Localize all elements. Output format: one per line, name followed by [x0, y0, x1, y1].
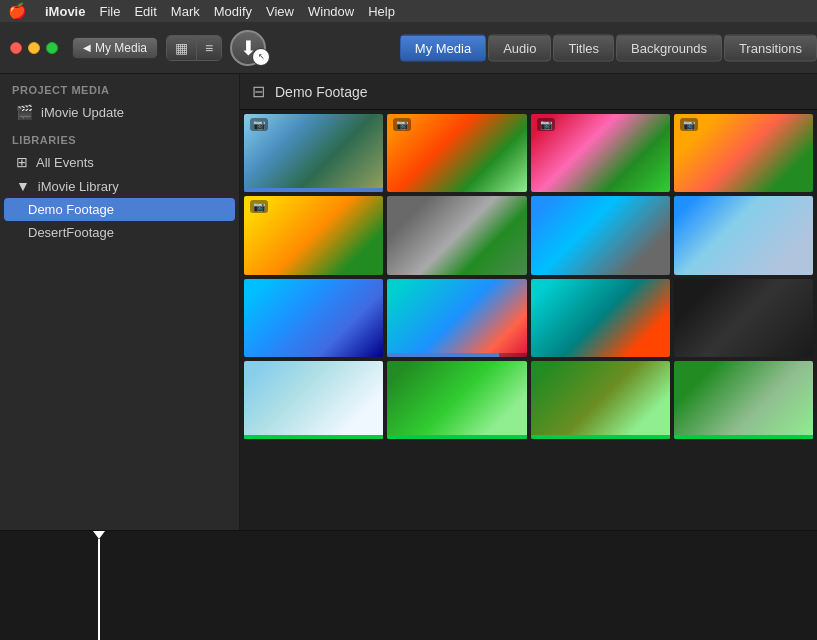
cursor-indicator: ↖: [252, 48, 270, 66]
tab-audio[interactable]: Audio: [488, 34, 551, 61]
minimize-button[interactable]: [28, 42, 40, 54]
sidebar-item-desert-footage[interactable]: DesertFootage: [4, 221, 235, 244]
project-media-label: PROJECT MEDIA: [0, 74, 239, 100]
media-thumb[interactable]: [674, 196, 813, 274]
timeline: [0, 530, 817, 640]
window-controls: [10, 42, 58, 54]
media-thumb[interactable]: 📷: [531, 114, 670, 192]
thumb-progress-bar: [244, 188, 383, 192]
content-header: ⊟ Demo Footage: [240, 74, 817, 110]
menubar: 🍎 iMovie File Edit Mark Modify View Wind…: [0, 0, 817, 22]
grid-view-button[interactable]: ▦: [167, 36, 197, 60]
media-grid: 📷📷📷📷📷: [240, 110, 817, 530]
sidebar-item-imovie-library[interactable]: ▼ iMovie Library: [4, 174, 235, 198]
tab-titles[interactable]: Titles: [553, 34, 614, 61]
content-title: Demo Footage: [275, 84, 368, 100]
sidebar-item-demo-footage[interactable]: Demo Footage: [4, 198, 235, 221]
menu-help[interactable]: Help: [368, 4, 395, 19]
thumb-progress-bar: [674, 435, 813, 439]
media-thumb[interactable]: [531, 361, 670, 439]
film-icon: 🎬: [16, 104, 33, 120]
grid-icon: ⊞: [16, 154, 28, 170]
sidebar-item-label: Demo Footage: [28, 202, 114, 217]
media-thumb[interactable]: [387, 196, 526, 274]
camera-icon: 📷: [250, 118, 268, 131]
split-view-icon[interactable]: ⊟: [252, 82, 265, 101]
tab-my-media[interactable]: My Media: [400, 34, 486, 61]
chevron-down-icon: ▼: [16, 178, 30, 194]
menu-view[interactable]: View: [266, 4, 294, 19]
main-area: PROJECT MEDIA 🎬 iMovie Update LIBRARIES …: [0, 74, 817, 530]
media-thumb[interactable]: [387, 361, 526, 439]
sidebar-item-label: DesertFootage: [28, 225, 114, 240]
menu-edit[interactable]: Edit: [134, 4, 156, 19]
media-thumb[interactable]: [244, 361, 383, 439]
media-thumb[interactable]: 📷: [674, 114, 813, 192]
playhead[interactable]: [98, 531, 100, 640]
menu-imovie[interactable]: iMovie: [45, 4, 85, 19]
sidebar-item-label: All Events: [36, 155, 94, 170]
menu-window[interactable]: Window: [308, 4, 354, 19]
playhead-triangle: [93, 531, 105, 539]
media-thumb[interactable]: 📷: [244, 196, 383, 274]
sidebar-item-all-events[interactable]: ⊞ All Events: [4, 150, 235, 174]
nav-tabs: My Media Audio Titles Backgrounds Transi…: [400, 34, 817, 61]
libraries-label: LIBRARIES: [0, 124, 239, 150]
apple-menu[interactable]: 🍎: [8, 2, 27, 20]
media-thumb[interactable]: 📷: [244, 114, 383, 192]
media-thumb[interactable]: 📷: [387, 114, 526, 192]
camera-icon: 📷: [537, 118, 555, 131]
media-thumb[interactable]: [674, 361, 813, 439]
menu-modify[interactable]: Modify: [214, 4, 252, 19]
view-toggle: ▦ ≡: [166, 35, 222, 61]
content-area: ⊟ Demo Footage 📷📷📷📷📷: [240, 74, 817, 530]
media-thumb[interactable]: [244, 279, 383, 357]
projects-button[interactable]: My Media: [72, 37, 158, 59]
playhead-line: [98, 539, 100, 640]
thumb-progress-bar: [244, 435, 383, 439]
media-thumb[interactable]: [531, 279, 670, 357]
close-button[interactable]: [10, 42, 22, 54]
list-view-button[interactable]: ≡: [197, 36, 221, 60]
toolbar: My Media ▦ ≡ ⬇ ↖ My Media Audio Titles B…: [0, 22, 817, 74]
tab-transitions[interactable]: Transitions: [724, 34, 817, 61]
thumb-progress-bar: [387, 353, 526, 357]
tab-backgrounds[interactable]: Backgrounds: [616, 34, 722, 61]
menu-file[interactable]: File: [99, 4, 120, 19]
media-thumb[interactable]: [674, 279, 813, 357]
thumb-progress-bar: [387, 435, 526, 439]
media-thumb[interactable]: [531, 196, 670, 274]
sidebar: PROJECT MEDIA 🎬 iMovie Update LIBRARIES …: [0, 74, 240, 530]
fullscreen-button[interactable]: [46, 42, 58, 54]
sidebar-item-imovie-update[interactable]: 🎬 iMovie Update: [4, 100, 235, 124]
menu-mark[interactable]: Mark: [171, 4, 200, 19]
camera-icon: 📷: [250, 200, 268, 213]
sidebar-item-label: iMovie Library: [38, 179, 119, 194]
timeline-inner: [0, 531, 817, 640]
camera-icon: 📷: [680, 118, 698, 131]
thumb-progress-bar: [531, 435, 670, 439]
media-thumb[interactable]: [387, 279, 526, 357]
sidebar-item-label: iMovie Update: [41, 105, 124, 120]
camera-icon: 📷: [393, 118, 411, 131]
